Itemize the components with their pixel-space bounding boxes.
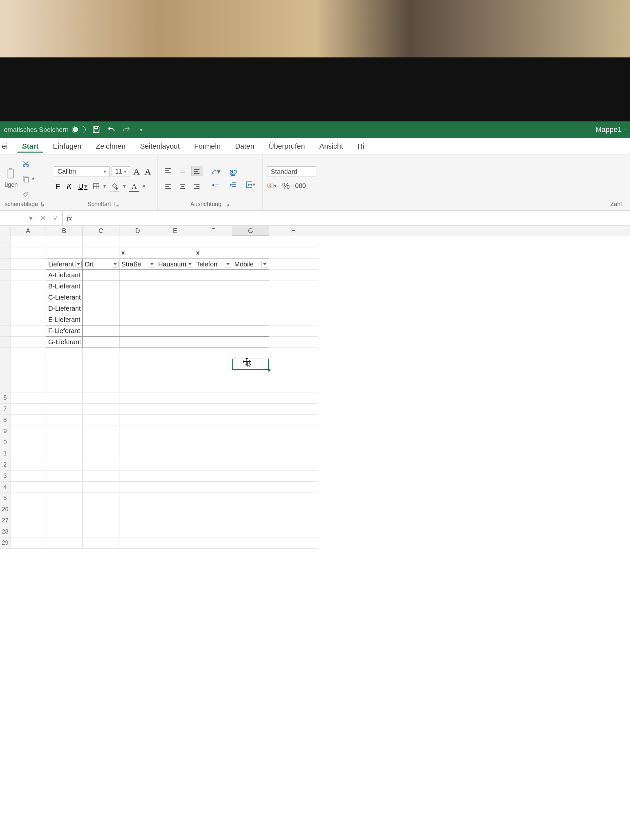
cell[interactable] [120, 381, 156, 392]
cell[interactable] [269, 236, 318, 248]
tab-draw[interactable]: Zeichnen [88, 138, 133, 155]
cell[interactable]: D-Lieferant [46, 303, 83, 314]
cell[interactable] [194, 471, 232, 482]
cell[interactable] [11, 236, 46, 248]
cell[interactable] [11, 270, 46, 281]
cell[interactable] [269, 537, 318, 549]
alignment-launcher-icon[interactable] [225, 202, 229, 206]
chevron-down-icon[interactable]: ▾ [142, 183, 146, 189]
cell[interactable] [83, 370, 120, 381]
cell[interactable] [232, 270, 269, 281]
row-header[interactable] [0, 359, 11, 370]
cell[interactable] [46, 426, 83, 437]
cell[interactable] [194, 515, 232, 526]
cell[interactable] [83, 236, 120, 248]
filter-dropdown-icon[interactable] [75, 261, 82, 267]
cell[interactable] [269, 303, 318, 314]
cell[interactable] [269, 482, 318, 493]
cell[interactable] [194, 526, 232, 537]
column-header-C[interactable]: C [83, 226, 120, 236]
cell[interactable] [120, 504, 156, 515]
cell[interactable] [232, 292, 269, 303]
cell[interactable] [232, 236, 269, 248]
cell[interactable] [11, 303, 46, 314]
chevron-down-icon[interactable]: ▾ [83, 182, 88, 191]
cell[interactable] [232, 404, 269, 415]
cell[interactable] [11, 471, 46, 482]
cell[interactable] [11, 437, 46, 448]
tab-formulas[interactable]: Formeln [187, 138, 228, 155]
cell[interactable] [232, 448, 269, 459]
save-icon[interactable] [92, 125, 101, 134]
filter-dropdown-icon[interactable] [112, 261, 118, 267]
filter-dropdown-icon[interactable] [148, 261, 155, 267]
cell[interactable] [269, 270, 318, 281]
cell[interactable] [83, 281, 120, 292]
cell[interactable] [120, 526, 156, 537]
cell[interactable] [120, 493, 156, 504]
cell[interactable] [269, 314, 318, 325]
cell[interactable] [232, 437, 269, 448]
column-header-F[interactable]: F [194, 226, 232, 236]
cell[interactable] [269, 392, 318, 404]
cell[interactable] [11, 482, 46, 493]
cell[interactable] [269, 415, 318, 426]
cell[interactable] [46, 248, 83, 259]
autosave-toggle[interactable]: omatisches Speichern [4, 126, 86, 134]
cell[interactable] [156, 415, 194, 426]
cell[interactable] [11, 526, 46, 537]
cell[interactable] [120, 303, 156, 314]
cell[interactable] [156, 426, 194, 437]
cell[interactable] [194, 314, 232, 325]
cell[interactable] [156, 526, 194, 537]
undo-icon[interactable] [107, 125, 116, 134]
cell[interactable] [269, 381, 318, 392]
cell[interactable] [83, 537, 120, 549]
row-header[interactable]: 5 [0, 392, 11, 404]
align-middle-icon[interactable] [177, 166, 188, 176]
cell[interactable] [46, 537, 83, 549]
cell[interactable] [83, 415, 120, 426]
cell[interactable] [232, 537, 269, 549]
cell[interactable] [156, 314, 194, 325]
cell[interactable] [232, 359, 269, 370]
cell[interactable] [194, 325, 232, 337]
cell[interactable]: x [194, 248, 232, 259]
chevron-down-icon[interactable]: ▾ [122, 183, 127, 189]
align-center-icon[interactable] [177, 182, 188, 192]
cell[interactable] [46, 471, 83, 482]
cell[interactable] [194, 437, 232, 448]
cell[interactable] [232, 426, 269, 437]
cell[interactable] [83, 248, 120, 259]
cell[interactable] [269, 292, 318, 303]
cell[interactable] [156, 292, 194, 303]
cell[interactable] [83, 337, 120, 348]
cell[interactable] [11, 292, 46, 303]
cell[interactable] [11, 426, 46, 437]
cell[interactable] [120, 292, 156, 303]
cell[interactable] [269, 504, 318, 515]
cell[interactable] [120, 471, 156, 482]
cell[interactable] [194, 370, 232, 381]
cell[interactable]: Straße [120, 259, 156, 270]
tab-view[interactable]: Ansicht [312, 138, 350, 155]
cell[interactable] [11, 515, 46, 526]
row-header[interactable] [0, 314, 11, 325]
cell[interactable] [194, 493, 232, 504]
row-header[interactable]: 5 [0, 493, 11, 504]
filter-dropdown-icon[interactable] [225, 261, 231, 267]
cell[interactable] [83, 404, 120, 415]
cell[interactable] [194, 426, 232, 437]
cell[interactable] [120, 281, 156, 292]
font-launcher-icon[interactable] [115, 202, 119, 206]
row-header[interactable] [0, 292, 11, 303]
tab-start[interactable]: Start [15, 138, 46, 155]
cell[interactable]: Telefon [194, 259, 232, 270]
cell[interactable] [156, 504, 194, 515]
cell[interactable] [11, 504, 46, 515]
cell[interactable] [120, 236, 156, 248]
row-header[interactable] [0, 270, 11, 281]
cell[interactable] [120, 404, 156, 415]
cell[interactable] [46, 404, 83, 415]
cell[interactable] [156, 459, 194, 471]
